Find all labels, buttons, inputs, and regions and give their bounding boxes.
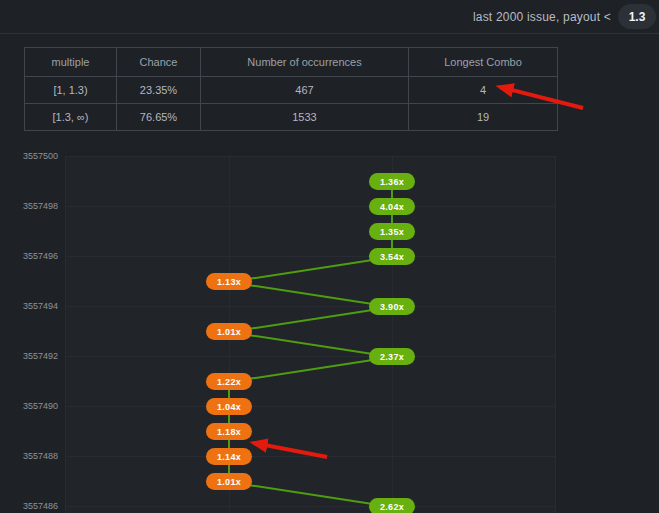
filter-bar: last 2000 issue, payout < 1.3 — [0, 0, 659, 33]
y-axis-tick-label: 3557486 — [3, 501, 58, 511]
col-header-chance: Chance — [117, 48, 201, 77]
multiplier-badge-3557486[interactable]: 2.62x — [369, 498, 415, 513]
multiplier-badge-3557492[interactable]: 2.37x — [369, 348, 415, 365]
multiplier-badge-3557493[interactable]: 1.01x — [206, 323, 252, 340]
filter-label: last 2000 issue, payout < — [473, 10, 611, 24]
table-row: [1, 1.3) 23.35% 467 4 — [25, 77, 558, 104]
header-divider — [0, 33, 659, 34]
multiplier-badge-3557499[interactable]: 1.36x — [369, 173, 415, 190]
multiplier-badge-3557491[interactable]: 1.22x — [206, 373, 252, 390]
arrow-to-badge-1.18x — [254, 443, 327, 457]
multiplier-badge-3557490[interactable]: 1.04x — [206, 398, 252, 415]
y-axis-tick-label: 3557496 — [3, 251, 58, 261]
multiplier-badge-3557498[interactable]: 4.04x — [369, 198, 415, 215]
col-header-multiple: multiple — [25, 48, 117, 77]
cell-longest-combo-high: 19 — [409, 104, 558, 131]
cell-chance-low: 23.35% — [117, 77, 201, 104]
multiplier-badge-3557494[interactable]: 3.90x — [369, 298, 415, 315]
col-header-occurrences: Number of occurrences — [201, 48, 409, 77]
y-axis-tick-label: 3557492 — [3, 351, 58, 361]
stats-table: multiple Chance Number of occurrences Lo… — [24, 47, 558, 131]
y-axis-tick-label: 3557488 — [3, 451, 58, 461]
cell-chance-high: 76.65% — [117, 104, 201, 131]
multiplier-badge-3557496[interactable]: 3.54x — [369, 248, 415, 265]
cell-multiple-high: [1.3, ∞) — [25, 104, 117, 131]
cell-multiple-low: [1, 1.3) — [25, 77, 117, 104]
y-axis-tick-label: 3557494 — [3, 301, 58, 311]
multiplier-badge-3557495[interactable]: 1.13x — [206, 273, 252, 290]
payout-threshold-value[interactable]: 1.3 — [618, 4, 656, 29]
multiplier-badge-3557487[interactable]: 1.01x — [206, 473, 252, 490]
cell-occurrences-low: 467 — [201, 77, 409, 104]
y-axis-tick-label: 3557498 — [3, 201, 58, 211]
multiplier-badge-3557489[interactable]: 1.18x — [206, 423, 252, 440]
cell-occurrences-high: 1533 — [201, 104, 409, 131]
y-axis-tick-label: 3557490 — [3, 401, 58, 411]
table-header-row: multiple Chance Number of occurrences Lo… — [25, 48, 558, 77]
multiplier-badge-3557488[interactable]: 1.14x — [206, 448, 252, 465]
table-row: [1.3, ∞) 76.65% 1533 19 — [25, 104, 558, 131]
cell-longest-combo-low: 4 — [409, 77, 558, 104]
multiplier-badge-3557497[interactable]: 1.35x — [369, 223, 415, 240]
page: last 2000 issue, payout < 1.3 multiple C… — [0, 0, 659, 513]
y-axis-tick-label: 3557500 — [3, 151, 58, 161]
col-header-longest-combo: Longest Combo — [409, 48, 558, 77]
